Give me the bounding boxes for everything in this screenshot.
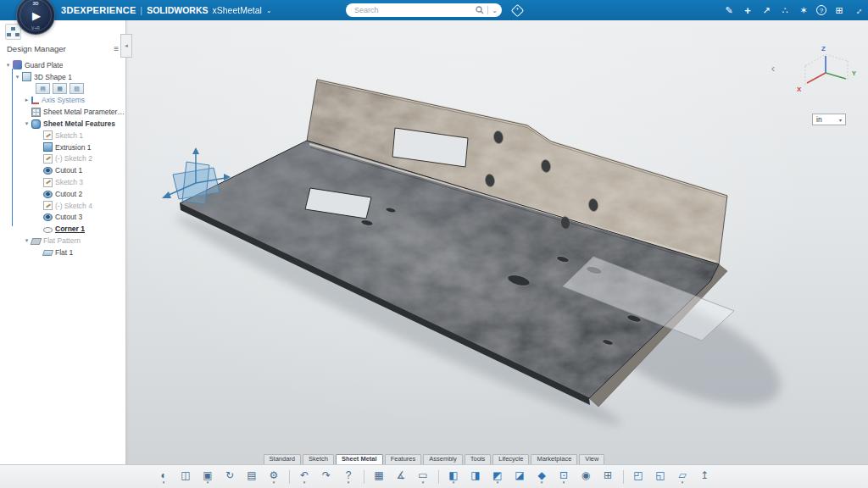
design-tree: ▾ Guard Plate ▾ 3D Shape 1 ▸ Axis System… (0, 57, 125, 258)
app-name: xSheetMetal (213, 5, 262, 15)
tree-item[interactable]: ▾ 3D Shape 1 (0, 71, 125, 83)
tree-item[interactable]: ▾ Sheet Metal Features (0, 118, 125, 130)
search-options-chevron-icon[interactable]: ⌄ (492, 7, 498, 14)
tree-item[interactable]: Corner 1 (0, 223, 125, 235)
tree-item[interactable]: Cutout 2 (0, 188, 125, 200)
fullscreen-icon[interactable]: ↔ (850, 3, 865, 18)
viewport-panel-chevron-icon[interactable]: ‹ (771, 64, 775, 73)
share-icon[interactable]: ↗ (760, 5, 772, 16)
search-box: ⌄ (346, 3, 502, 17)
tag-icon[interactable] (511, 4, 525, 18)
application-window: 3DEXPERIENCE | SOLIDWORKS xSheetMetal ⌄ … (0, 0, 868, 488)
sheet-metal-parameters-icon (31, 108, 41, 117)
units-chevron-icon: ▾ (839, 117, 842, 123)
sketch-icon (43, 154, 53, 164)
unfold-tool-icon[interactable]: ◰ (629, 467, 648, 486)
update-icon[interactable]: ↻ (220, 467, 240, 486)
app-title: 3DEXPERIENCE | SOLIDWORKS xSheetMetal ⌄ (61, 0, 272, 20)
tree-item[interactable]: Extrusion 1 (0, 141, 125, 153)
save-icon[interactable]: ▣ ▾ (198, 467, 218, 486)
hem-tool-icon[interactable]: ◨ (466, 467, 486, 486)
add-content-icon[interactable]: + (742, 4, 754, 17)
tree-item[interactable]: (-) Sketch 2 (0, 153, 125, 165)
units-select[interactable]: in ▾ (812, 114, 846, 125)
sheet-setup-icon[interactable]: ▤ (242, 467, 262, 486)
jog-tool-icon[interactable]: ◩ ▾ (488, 467, 508, 486)
dropdown-caret-icon: ▾ (348, 480, 350, 484)
x-axis-label: X (797, 86, 801, 93)
title-divider: | (141, 6, 143, 15)
tree-item[interactable]: ▸ Axis Systems (0, 95, 125, 107)
dropdown-caret-icon: ▾ (273, 480, 275, 484)
product-icon (13, 60, 22, 69)
tree-feature-items: ▸ Axis Systems Sheet Metal Parameters 1 … (0, 95, 125, 258)
cutout-tool-icon[interactable]: ⊡ ▾ (554, 467, 574, 486)
tree-item[interactable]: Flat 1 (0, 247, 125, 258)
product-name: SOLIDWORKS (147, 5, 208, 15)
app-switch-chevron-icon[interactable]: ⌄ (266, 7, 272, 14)
dropdown-caret-icon: ▾ (497, 480, 499, 484)
dropdown-caret-icon: ▾ (163, 480, 165, 484)
action-toolbar: ◐ ▾ ◫ ▣ ▾ ↻ ▤ ⚙ ▾ ↶ ▾ ↷ ? ▾ ▦ ∡ ▭ ▾ (0, 464, 868, 488)
annotate-pen-icon[interactable]: ✎ (723, 5, 735, 16)
search-input[interactable] (353, 5, 476, 15)
measure-icon[interactable]: ∡ (392, 467, 411, 486)
panel-menu-icon[interactable]: ≡ (114, 44, 119, 53)
sketched-bend-tool-icon[interactable]: ◪ (510, 467, 530, 486)
tree-item[interactable]: Sketch 3 (0, 176, 125, 188)
cutout-icon (43, 214, 53, 221)
sheet-metal-part[interactable] (126, 20, 868, 465)
tree-item[interactable]: ▾ Flat Pattern (0, 235, 125, 247)
axis-systems-icon (31, 97, 39, 104)
dropdown-caret-icon: ▾ (682, 480, 684, 484)
help-icon[interactable]: ? (816, 5, 826, 15)
bom-table-icon[interactable]: ▦ (370, 467, 389, 486)
view-orientation-triad[interactable]: Z Y X (795, 47, 856, 100)
representation-shaded-icon[interactable] (36, 83, 50, 94)
view-mode-icon[interactable]: ◐ ▾ (154, 467, 174, 486)
app-grid-icon[interactable]: ⊞ (833, 5, 845, 16)
tree-item[interactable]: ▾ Guard Plate (0, 59, 125, 71)
expander-icon[interactable]: ▾ (23, 120, 31, 127)
units-value: in (816, 115, 822, 124)
flatten-tool-icon[interactable]: ▱ ▾ (673, 467, 693, 486)
tree-guide-line (12, 69, 13, 226)
corner-tool-icon[interactable]: ◆ ▾ (532, 467, 552, 486)
tree-item[interactable]: Sketch 1 (0, 130, 125, 141)
network-apps-icon[interactable]: ∴ (779, 5, 791, 16)
section-view-icon[interactable]: ◫ (176, 467, 196, 486)
z-axis-label: Z (821, 45, 826, 53)
tree-item[interactable]: Sheet Metal Parameters 1 (0, 106, 125, 118)
dropdown-caret-icon: ▾ (303, 480, 306, 484)
fold-tool-icon[interactable]: ◱ (651, 467, 670, 486)
annotation-icon[interactable]: ▭ ▾ (414, 467, 433, 486)
flange-tool-icon[interactable]: ◧ ▾ (444, 467, 464, 486)
toolbar-divider (364, 470, 364, 484)
representation-mesh-icon[interactable] (53, 83, 67, 94)
tree-item[interactable]: Cutout 1 (0, 164, 125, 176)
expander-icon[interactable]: ▾ (14, 74, 21, 80)
help-tool-icon[interactable]: ? ▾ (339, 467, 359, 486)
hole-tool-icon[interactable]: ◉ (576, 467, 596, 486)
tree-item[interactable]: (-) Sketch 4 (0, 200, 125, 212)
search-icon[interactable] (476, 6, 484, 14)
topbar-actions: ✎+↗∴✶?⊞↔ (723, 0, 864, 20)
search-divider (487, 6, 488, 14)
dropdown-caret-icon: ▾ (541, 480, 543, 484)
tree-root-items: ▾ Guard Plate ▾ 3D Shape 1 (0, 59, 125, 83)
undo-icon[interactable]: ↶ ▾ (295, 467, 314, 486)
expander-icon[interactable]: ▸ (23, 97, 31, 103)
panel-collapse-button[interactable]: ◂ (120, 34, 132, 58)
assistant-wand-icon[interactable]: ✶ (798, 5, 810, 16)
redo-icon[interactable]: ↷ (317, 467, 337, 486)
3d-viewport[interactable]: ‹ Z Y X in ▾ (126, 20, 868, 465)
expander-icon[interactable]: ▾ (23, 237, 31, 244)
y-axis-label: Y (852, 69, 856, 77)
extrusion-icon (43, 142, 53, 152)
settings-gear-icon[interactable]: ⚙ ▾ (264, 467, 284, 486)
expander-icon[interactable]: ▾ (4, 62, 12, 69)
export-tool-icon[interactable]: ↥ (695, 467, 715, 486)
vent-tool-icon[interactable]: ⊞ (598, 467, 618, 486)
representation-wireframe-icon[interactable] (70, 83, 84, 94)
tree-item[interactable]: Cutout 3 (0, 212, 125, 224)
